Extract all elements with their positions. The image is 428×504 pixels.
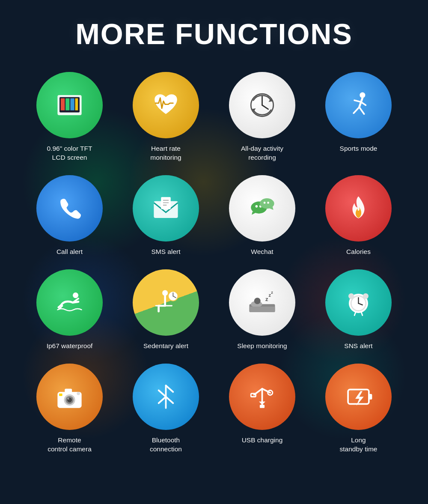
circle-waterproof [36,269,103,336]
circle-sports [325,72,392,138]
svg-point-37 [254,298,261,304]
svg-point-28 [73,292,78,298]
svg-point-47 [348,293,354,299]
svg-rect-67 [251,394,256,397]
feature-label-usb: USB charging [242,436,283,445]
svg-line-60 [166,385,173,392]
feature-activity: All-day activityrecording [218,72,306,162]
circle-calories [325,175,392,242]
svg-rect-2 [61,98,65,110]
feature-label-bluetooth: Bluetoothconnection [150,436,182,454]
feature-sedentary: Sedentary alert [122,269,210,351]
circle-bluetooth [133,364,199,430]
feature-sports: Sports mode [315,72,402,162]
feature-waterproof: Ip67 waterproof [26,269,113,351]
svg-point-55 [68,398,69,400]
circle-heart-rate [133,72,199,138]
circle-sns [325,269,392,336]
svg-text:z: z [265,296,268,302]
circle-sedentary [133,269,199,336]
feature-usb: USB charging [218,364,306,454]
page-title: MORE FUNCTIONS [75,17,353,51]
feature-bluetooth: Bluetoothconnection [122,364,210,454]
feature-label-heart-rate: Heart ratemonitoring [150,144,181,162]
svg-rect-58 [59,394,62,396]
feature-heart-rate: Heart ratemonitoring [122,72,210,162]
svg-line-14 [361,102,366,105]
page-container: MORE FUNCTIONS 0.96" color TFTLCD screen [0,0,428,504]
svg-point-57 [77,392,80,395]
feature-tft: 0.96" color TFTLCD screen [26,72,113,162]
svg-rect-72 [369,394,372,400]
feature-camera: Remotecontrol camera [26,364,113,454]
svg-rect-56 [65,388,72,392]
circle-usb [229,364,295,430]
feature-label-camera: Remotecontrol camera [48,436,92,454]
svg-marker-69 [259,401,265,405]
feature-calories: Calories [315,175,402,256]
feature-label-call: Call alert [56,248,83,256]
feature-label-calories: Calories [346,248,371,256]
feature-standby: Longstandby time [315,364,402,454]
features-grid: 0.96" color TFTLCD screen Heart ratemoni… [26,72,402,454]
svg-rect-5 [75,98,78,110]
feature-label-sedentary: Sedentary alert [143,342,188,351]
svg-point-26 [264,202,266,204]
circle-activity [229,72,295,138]
svg-line-49 [354,312,356,316]
svg-rect-38 [250,307,275,312]
svg-rect-4 [70,98,74,110]
circle-camera [36,364,103,430]
svg-line-62 [159,397,166,403]
feature-label-tft: 0.96" color TFTLCD screen [47,144,92,162]
feature-label-sms: SMS alert [151,248,180,256]
feature-label-waterproof: Ip67 waterproof [47,342,93,351]
circle-sms [133,175,199,242]
feature-label-sns: SNS alert [344,342,372,351]
circle-wechat [229,175,295,242]
feature-label-sports: Sports mode [340,144,377,153]
svg-text:z: z [271,290,273,295]
svg-point-23 [256,205,258,208]
svg-line-61 [166,397,173,403]
circle-standby [325,364,392,430]
feature-wechat: Wechat [218,175,306,256]
svg-line-15 [354,107,359,113]
feature-label-standby: Longstandby time [340,436,377,454]
feature-sleep: z z z Sleep monitoring [218,269,306,351]
svg-line-16 [359,107,364,114]
svg-line-63 [159,390,166,397]
svg-line-8 [262,105,268,109]
svg-line-50 [361,312,363,316]
feature-label-wechat: Wechat [251,248,273,256]
feature-sms: SMS alert [122,175,210,256]
svg-point-48 [363,293,369,299]
circle-call [36,175,103,242]
circle-sleep: z z z [229,269,295,336]
svg-point-27 [267,202,269,204]
svg-rect-3 [65,98,69,110]
feature-label-activity: All-day activityrecording [241,144,283,162]
feature-sns: SNS alert [315,269,402,351]
svg-rect-70 [260,405,265,408]
svg-line-13 [354,100,361,102]
feature-label-sleep: Sleep monitoring [237,342,287,351]
circle-tft [36,72,103,138]
feature-call: Call alert [26,175,113,256]
